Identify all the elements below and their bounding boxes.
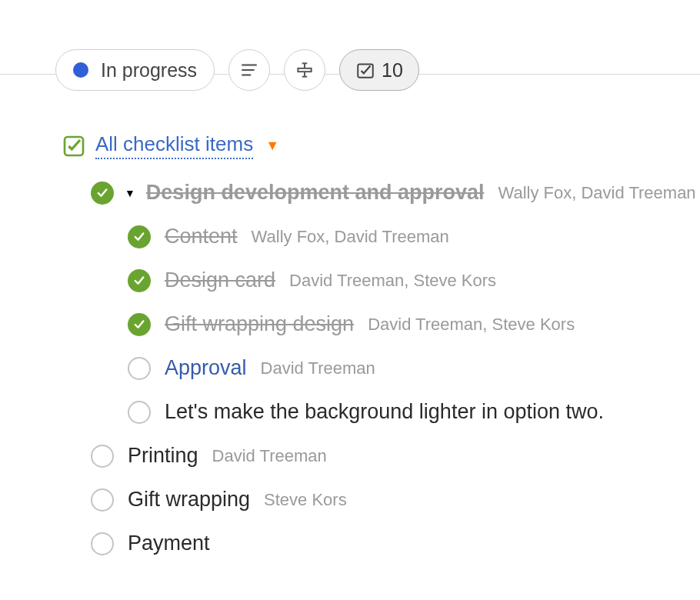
checklist-item-assignees: David Treeman [261, 358, 375, 378]
checklist-item-title[interactable]: Printing [128, 444, 198, 468]
checkbox-icon [355, 60, 375, 80]
checklist-item[interactable]: Let's make the background lighter in opt… [91, 400, 700, 424]
checklist-count: 10 [382, 59, 403, 82]
checklist-list: ▼Design development and approvalWally Fo… [62, 159, 700, 555]
checklist-item-assignees: Steve Kors [264, 490, 347, 510]
checklist-item-title[interactable]: Let's make the background lighter in opt… [165, 400, 604, 424]
status-label: In progress [101, 59, 197, 82]
checklist-count-pill[interactable]: 10 [339, 49, 419, 91]
checklist-item[interactable]: ApprovalDavid Treeman [91, 356, 700, 380]
checklist-item-assignees: David Treeman, Steve Kors [289, 271, 496, 291]
checklist-root-title[interactable]: All checklist items [95, 132, 253, 159]
check-empty-icon[interactable] [91, 445, 114, 468]
checklist-item-title[interactable]: Gift wrapping [128, 488, 250, 512]
checklist-item-title[interactable]: Approval [165, 356, 247, 380]
check-empty-icon[interactable] [128, 401, 151, 424]
checklist-item[interactable]: ContentWally Fox, David Treeman [91, 225, 700, 248]
checklist-item-title[interactable]: Design card [165, 268, 275, 292]
checklist-item-title[interactable]: Content [165, 225, 238, 248]
check-empty-icon[interactable] [91, 532, 114, 555]
checklist-item-assignees: David Treeman, Steve Kors [368, 315, 575, 335]
status-dot-icon [73, 62, 88, 78]
checklist-root[interactable]: All checklist items ▼ [62, 132, 700, 159]
description-button[interactable] [228, 49, 270, 91]
checklist-item-assignees: Wally Fox, David Treeman [498, 183, 695, 203]
checklist-item-title[interactable]: Payment [128, 532, 210, 555]
checklist-item[interactable]: Gift wrapping designDavid Treeman, Steve… [91, 312, 700, 336]
checklist-item[interactable]: Payment [91, 532, 700, 555]
checklist-item-title[interactable]: Gift wrapping design [165, 312, 354, 336]
checklist-item-title[interactable]: Design development and approval [146, 181, 485, 205]
check-filled-icon[interactable] [128, 313, 151, 336]
checklist-item-assignees: David Treeman [212, 446, 327, 466]
check-filled-icon[interactable] [128, 269, 151, 292]
status-pill[interactable]: In progress [55, 49, 215, 91]
gantt-button[interactable] [284, 49, 325, 91]
checklist-item[interactable]: PrintingDavid Treeman [91, 444, 700, 468]
gantt-icon [295, 60, 315, 80]
check-empty-icon[interactable] [91, 488, 114, 512]
checklist-item-assignees: Wally Fox, David Treeman [252, 227, 449, 247]
svg-rect-3 [298, 68, 311, 72]
checklist-item[interactable]: Gift wrappingSteve Kors [91, 488, 700, 512]
checklist-item[interactable]: ▼Design development and approvalWally Fo… [91, 181, 700, 205]
expand-caret-icon[interactable]: ▼ [125, 187, 135, 199]
check-filled-icon[interactable] [128, 225, 151, 248]
checklist-item[interactable]: Design cardDavid Treeman, Steve Kors [91, 268, 700, 292]
text-lines-icon [239, 60, 259, 80]
check-filled-icon[interactable] [91, 182, 114, 205]
caret-down-icon[interactable]: ▼ [265, 138, 279, 154]
check-empty-icon[interactable] [128, 357, 151, 380]
toolbar: In progress 10 [0, 49, 700, 98]
check-outline-icon [62, 134, 86, 158]
checklist-content: All checklist items ▼ ▼Design developmen… [0, 98, 700, 555]
